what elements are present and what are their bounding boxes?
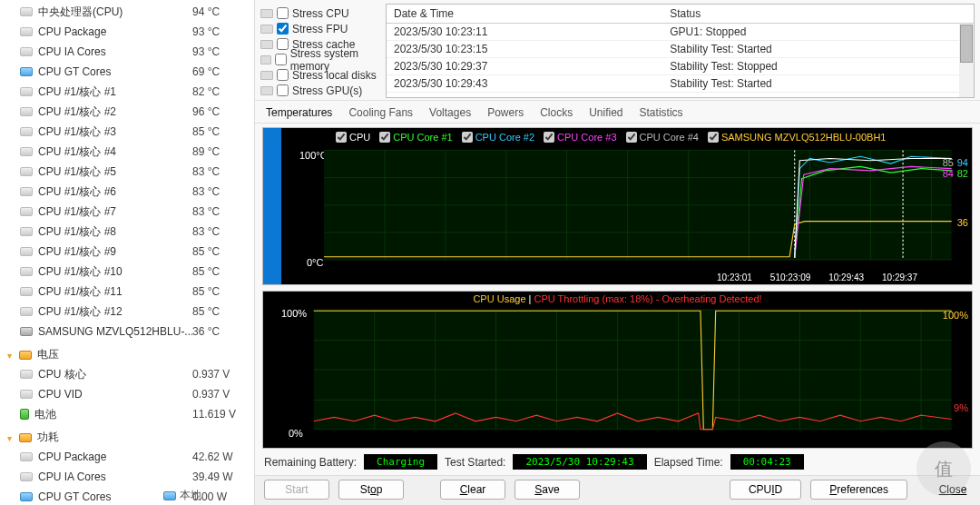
- log-row[interactable]: 2023/5/30 10:23:11GPU1: Stopped: [387, 24, 974, 41]
- log-row[interactable]: 2023/5/30 10:29:43Stability Test: Starte…: [387, 75, 974, 93]
- stress-option[interactable]: Stress FPU: [260, 21, 380, 36]
- tab-clocks[interactable]: Clocks: [538, 104, 574, 123]
- sensor-row[interactable]: CPU #1/核心 #296 °C: [7, 102, 247, 122]
- tab-cooling-fans[interactable]: Cooling Fans: [347, 104, 415, 123]
- sensor-row[interactable]: CPU IA Cores93 °C: [7, 42, 247, 62]
- stress-checkbox[interactable]: [275, 54, 287, 65]
- tab-voltages[interactable]: Voltages: [427, 104, 473, 123]
- stress-checkbox[interactable]: [277, 84, 289, 96]
- legend-item[interactable]: CPU Core #3: [544, 132, 616, 143]
- sensor-row[interactable]: CPU #1/核心 #883 °C: [7, 222, 247, 242]
- section-voltage[interactable]: 电压: [7, 342, 247, 364]
- log-header-time[interactable]: Date & Time: [387, 5, 662, 24]
- sensor-row[interactable]: CPU #1/核心 #1085 °C: [7, 262, 247, 282]
- event-log[interactable]: Date & Time Status 2023/5/30 10:23:11GPU…: [386, 4, 975, 98]
- log-row[interactable]: 2023/5/30 10:23:15Stability Test: Starte…: [387, 41, 974, 58]
- sensor-value: 83 °C: [192, 223, 247, 240]
- stress-checkbox[interactable]: [277, 69, 289, 81]
- legend-item[interactable]: CPU: [336, 132, 370, 143]
- stress-checkbox[interactable]: [277, 7, 289, 19]
- sensor-row[interactable]: CPU GT Cores0.00 W: [7, 487, 247, 505]
- sensor-icon: [20, 327, 33, 336]
- legend-label: CPU Core #1: [393, 132, 452, 143]
- sensor-row[interactable]: CPU #1/核心 #583 °C: [7, 162, 247, 182]
- legend-checkbox[interactable]: [544, 132, 554, 143]
- legend-checkbox[interactable]: [626, 132, 637, 143]
- sensor-icon: [20, 127, 33, 136]
- sensor-icon: [20, 287, 33, 296]
- legend-checkbox[interactable]: [379, 132, 390, 143]
- tab-statistics[interactable]: Statistics: [638, 104, 685, 123]
- plot-value-label: 84: [943, 168, 954, 179]
- sensor-value: 42.62 W: [192, 449, 247, 465]
- scrollbar[interactable]: [959, 25, 974, 97]
- elapsed-label: Elapsed Time:: [654, 456, 723, 469]
- preferences-button[interactable]: Preferences: [810, 480, 907, 500]
- sensor-value: 83 °C: [192, 203, 247, 220]
- sensor-label: CPU #1/核心 #10: [38, 263, 122, 280]
- stress-option[interactable]: Stress CPU: [260, 5, 380, 21]
- log-row[interactable]: 2023/5/30 10:29:37Stability Test: Stoppe…: [387, 58, 974, 75]
- sensor-label: 中央处理器(CPU): [38, 4, 122, 20]
- footer-local[interactable]: 本地: [163, 488, 201, 503]
- log-header-status[interactable]: Status: [662, 5, 974, 24]
- clear-button[interactable]: Clear: [440, 480, 505, 500]
- stop-button[interactable]: Stop: [338, 480, 404, 500]
- stress-option[interactable]: Stress GPU(s): [260, 83, 380, 98]
- sensor-row[interactable]: CPU #1/核心 #1285 °C: [7, 302, 247, 322]
- sensor-value: 96 °C: [192, 104, 247, 120]
- sensor-label: CPU Package: [38, 24, 106, 40]
- sensor-row[interactable]: CPU #1/核心 #385 °C: [7, 122, 247, 142]
- sensor-icon: [20, 207, 33, 216]
- legend-item[interactable]: SAMSUNG MZVLQ512HBLU-00BH1: [708, 132, 887, 143]
- save-button[interactable]: Save: [514, 480, 580, 500]
- section-power[interactable]: 功耗: [7, 424, 247, 447]
- log-status: Stability Test: Started: [662, 41, 974, 58]
- legend-item[interactable]: CPU Core #1: [379, 132, 452, 143]
- legend-item[interactable]: CPU Core #2: [462, 132, 534, 143]
- legend-item[interactable]: CPU Core #4: [626, 132, 699, 143]
- plot-value-label: 100%: [943, 310, 968, 321]
- sensor-row[interactable]: CPU #1/核心 #1185 °C: [7, 282, 247, 302]
- tab-powers[interactable]: Powers: [485, 104, 525, 123]
- sensor-label: CPU VID: [38, 386, 83, 402]
- sensor-row[interactable]: CPU #1/核心 #683 °C: [7, 182, 247, 202]
- legend-checkbox[interactable]: [336, 132, 347, 143]
- close-button[interactable]: Close: [935, 480, 971, 499]
- sensor-label: CPU #1/核心 #9: [38, 243, 116, 260]
- sensor-row[interactable]: SAMSUNG MZVLQ512HBLU-...36 °C: [7, 322, 247, 342]
- stress-option[interactable]: Stress system memory: [260, 52, 380, 67]
- sensor-row[interactable]: 电池11.619 V: [7, 404, 247, 424]
- sensor-row[interactable]: CPU Package93 °C: [7, 22, 247, 42]
- stress-option[interactable]: Stress local disks: [260, 67, 380, 83]
- sensor-row[interactable]: CPU VID0.937 V: [7, 384, 247, 404]
- sensor-label: SAMSUNG MZVLQ512HBLU-...: [38, 323, 192, 340]
- stress-checkbox[interactable]: [277, 23, 289, 35]
- plot1-x-labels: 10:23:01510:23:0910:29:4310:29:37: [263, 272, 972, 282]
- sensor-row[interactable]: CPU #1/核心 #783 °C: [7, 202, 247, 222]
- tab-unified[interactable]: Unified: [587, 104, 624, 123]
- sensor-row[interactable]: 中央处理器(CPU)94 °C: [7, 2, 247, 22]
- sensor-row[interactable]: CPU IA Cores39.49 W: [7, 467, 247, 487]
- scroll-thumb[interactable]: [960, 25, 973, 63]
- sensor-row[interactable]: CPU #1/核心 #182 °C: [7, 82, 247, 102]
- sensor-value: 94 °C: [192, 4, 247, 20]
- legend-checkbox[interactable]: [708, 132, 719, 143]
- stress-checkbox[interactable]: [277, 38, 289, 50]
- sensor-row[interactable]: CPU #1/核心 #985 °C: [7, 242, 247, 262]
- sensor-icon: [20, 7, 33, 16]
- sensor-row[interactable]: CPU Package42.62 W: [7, 447, 247, 467]
- legend-checkbox[interactable]: [462, 132, 473, 143]
- sensor-icon: [20, 267, 33, 276]
- cpuid-button[interactable]: CPUID: [730, 480, 801, 500]
- legend-label: SAMSUNG MZVLQ512HBLU-00BH1: [721, 132, 887, 143]
- sensor-icon: [20, 187, 33, 196]
- sensor-label: CPU Package: [38, 449, 106, 465]
- sensor-row[interactable]: CPU #1/核心 #489 °C: [7, 142, 247, 162]
- start-button[interactable]: Start: [264, 480, 329, 500]
- sensor-row[interactable]: CPU 核心0.937 V: [7, 364, 247, 384]
- sensor-row[interactable]: CPU GT Cores69 °C: [7, 62, 247, 82]
- stress-label: Stress FPU: [292, 23, 348, 35]
- computer-icon: [163, 491, 176, 500]
- tab-temperatures[interactable]: Temperatures: [264, 104, 334, 123]
